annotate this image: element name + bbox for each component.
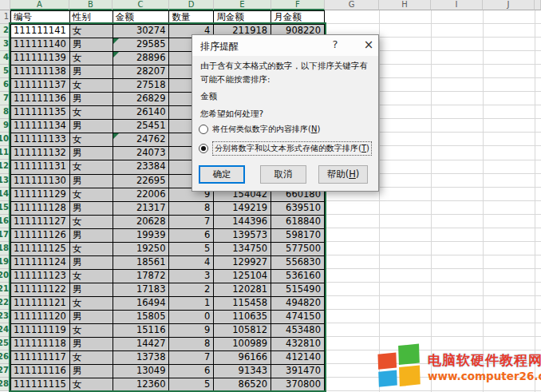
cell-id[interactable]: 111111125	[11, 243, 70, 256]
cell-gender[interactable]: 男	[70, 93, 113, 106]
cell-month[interactable]: 515490	[271, 283, 325, 297]
cell-month[interactable]: 391470	[271, 365, 325, 378]
cell-amount[interactable]: 13049	[113, 365, 170, 378]
cell-gender[interactable]: 男	[70, 283, 113, 297]
cell-id[interactable]: 111111116	[11, 365, 70, 378]
cell-gender[interactable]: 男	[70, 256, 113, 270]
cell-id[interactable]: 111111129	[11, 188, 70, 202]
cell-week[interactable]: 86520	[214, 378, 271, 392]
row-header-2[interactable]: 2	[0, 24, 10, 38]
row-header-12[interactable]: 12	[0, 160, 10, 173]
cell-id[interactable]: 111111135	[11, 106, 70, 120]
close-icon[interactable]: ×	[360, 38, 377, 53]
row-header-16[interactable]: 16	[0, 215, 10, 228]
row-header-6[interactable]: 6	[0, 78, 10, 92]
cell-id[interactable]: 111111141	[11, 25, 70, 38]
cell-amount[interactable]: 30274	[113, 25, 170, 38]
cell-id[interactable]: 111111120	[11, 311, 70, 324]
cell-id[interactable]: 111111127	[11, 216, 70, 229]
column-header-E[interactable]: E	[214, 0, 271, 10]
row-header-28[interactable]: 28	[0, 378, 10, 391]
cell-id[interactable]: 111111139	[11, 52, 70, 65]
cell-month[interactable]: 618840	[271, 216, 325, 229]
cell-gender[interactable]: 男	[70, 38, 113, 52]
cell-id[interactable]: 111111117	[11, 351, 70, 365]
cell-month[interactable]: 474150	[271, 311, 325, 324]
row-header-24[interactable]: 24	[0, 323, 10, 337]
column-header-J[interactable]: J	[483, 0, 535, 10]
cell-amount[interactable]: 27518	[113, 79, 170, 93]
cell-id[interactable]: 111111131	[11, 160, 70, 174]
cell-month[interactable]: 453480	[271, 324, 325, 338]
cell-week[interactable]: 96166	[214, 351, 271, 365]
cell-amount[interactable]: 15116	[113, 324, 170, 338]
cell-gender[interactable]: 女	[70, 243, 113, 256]
cell-month[interactable]: 639510	[271, 202, 325, 216]
cell-qty[interactable]: 0	[169, 311, 214, 324]
cell-amount[interactable]: 12360	[113, 378, 170, 392]
cell-qty[interactable]: 5	[169, 243, 214, 256]
cell-amount[interactable]: 22006	[113, 188, 170, 202]
cell-month[interactable]: 577500	[271, 243, 325, 256]
row-header-1[interactable]: 1	[0, 10, 10, 24]
cell-amount[interactable]: 26829	[113, 93, 170, 106]
cell-amount[interactable]: 20628	[113, 216, 170, 229]
cell-gender[interactable]: 女	[70, 324, 113, 338]
cell-qty[interactable]: 7	[169, 351, 214, 365]
cell-id[interactable]: 111111115	[11, 378, 70, 392]
cell-month[interactable]: 536160	[271, 270, 325, 283]
column-header-F[interactable]: F	[271, 0, 325, 10]
cell-qty[interactable]: 5	[169, 378, 214, 392]
cell-id[interactable]: 111111118	[11, 338, 70, 351]
header-cell-id[interactable]: 编号	[11, 11, 70, 25]
cell-amount[interactable]: 14427	[113, 338, 170, 351]
cell-amount[interactable]: 18561	[113, 256, 170, 270]
cell-week[interactable]: 134750	[214, 243, 271, 256]
row-header-22[interactable]: 22	[0, 296, 10, 310]
cell-week[interactable]: 129927	[214, 256, 271, 270]
cell-gender[interactable]: 男	[70, 65, 113, 79]
dialog-titlebar[interactable]: 排序提醒 ? ×	[192, 35, 378, 56]
cell-qty[interactable]: 6	[169, 229, 214, 243]
cell-gender[interactable]: 女	[70, 106, 113, 120]
row-header-11[interactable]: 11	[0, 146, 10, 160]
header-cell-week[interactable]: 周金额	[214, 11, 271, 25]
cell-qty[interactable]: 6	[169, 365, 214, 378]
row-header-5[interactable]: 5	[0, 65, 10, 78]
column-header-H[interactable]: H	[379, 0, 431, 10]
row-header-7[interactable]: 7	[0, 92, 10, 105]
cell-qty[interactable]: 7	[169, 216, 214, 229]
column-header-G[interactable]: G	[325, 0, 379, 10]
cell-gender[interactable]: 男	[70, 120, 113, 133]
cell-amount[interactable]: 16494	[113, 297, 170, 311]
help-icon[interactable]: ?	[326, 38, 344, 53]
radio-option-sort-anything-numeric[interactable]: 将任何类似数字的内容排序(N)	[199, 124, 320, 135]
cell-id[interactable]: 111111119	[11, 324, 70, 338]
cell-amount[interactable]: 17872	[113, 270, 170, 283]
row-header-17[interactable]: 17	[0, 228, 10, 242]
cell-gender[interactable]: 女	[70, 216, 113, 229]
cell-week[interactable]: 105812	[214, 324, 271, 338]
cell-amount[interactable]: 17183	[113, 283, 170, 297]
cell-month[interactable]: 370800	[271, 378, 325, 392]
cell-id[interactable]: 111111138	[11, 65, 70, 79]
cell-id[interactable]: 111111136	[11, 93, 70, 106]
row-header-14[interactable]: 14	[0, 188, 10, 201]
cell-gender[interactable]: 女	[70, 25, 113, 38]
cell-gender[interactable]: 女	[70, 160, 113, 174]
cell-month[interactable]: 598170	[271, 229, 325, 243]
cell-week[interactable]: 120281	[214, 283, 271, 297]
cell-month[interactable]: 432810	[271, 338, 325, 351]
cell-id[interactable]: 111111137	[11, 79, 70, 93]
cell-amount[interactable]: 28896	[113, 52, 170, 65]
row-header-13[interactable]: 13	[0, 174, 10, 188]
cell-amount[interactable]: 24073	[113, 147, 170, 160]
cell-qty[interactable]: 9	[169, 324, 214, 338]
cell-gender[interactable]: 男	[70, 311, 113, 324]
row-header-15[interactable]: 15	[0, 201, 10, 215]
header-cell-month[interactable]: 月金额	[271, 11, 325, 25]
cell-gender[interactable]: 男	[70, 229, 113, 243]
cancel-button[interactable]: 取消	[260, 165, 306, 184]
row-header-20[interactable]: 20	[0, 269, 10, 283]
cell-gender[interactable]: 女	[70, 378, 113, 392]
